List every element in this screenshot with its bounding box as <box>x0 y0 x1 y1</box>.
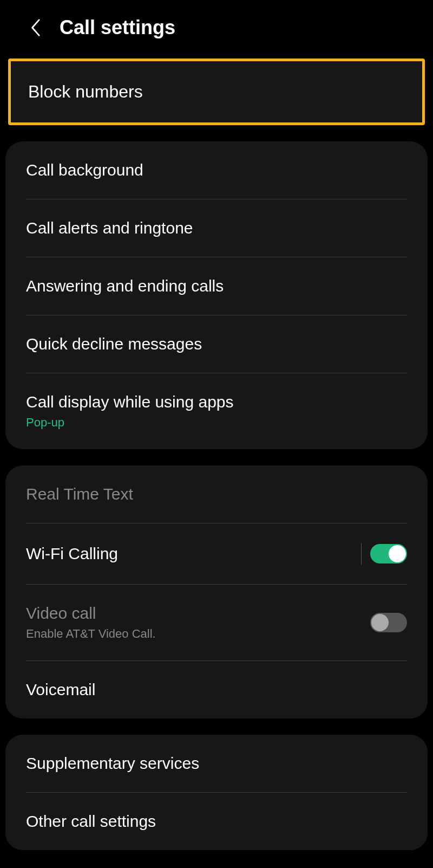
item-label: Voicemail <box>26 681 95 699</box>
quick-decline-messages-item[interactable]: Quick decline messages <box>5 315 428 373</box>
block-numbers-item[interactable]: Block numbers <box>8 59 425 125</box>
header: Call settings <box>0 0 433 55</box>
item-label: Block numbers <box>28 82 405 102</box>
card-other-options: Supplementary services Other call settin… <box>5 735 428 850</box>
item-label: Call background <box>26 161 143 179</box>
back-icon[interactable] <box>27 20 43 36</box>
wifi-calling-item[interactable]: Wi-Fi Calling <box>5 523 428 584</box>
call-background-item[interactable]: Call background <box>5 141 428 199</box>
video-call-item[interactable]: Video call Enable AT&T Video Call. <box>5 585 428 660</box>
toggle-divider <box>361 543 362 565</box>
item-label: Call alerts and ringtone <box>26 219 193 237</box>
toggle-container <box>361 543 407 565</box>
call-alerts-ringtone-item[interactable]: Call alerts and ringtone <box>5 199 428 257</box>
card-network-options: Real Time Text Wi-Fi Calling Video call … <box>5 465 428 718</box>
supplementary-services-item[interactable]: Supplementary services <box>5 735 428 792</box>
real-time-text-header: Real Time Text <box>5 465 428 523</box>
page-title: Call settings <box>60 16 175 39</box>
item-label: Quick decline messages <box>26 335 202 353</box>
video-call-toggle[interactable] <box>370 613 407 632</box>
item-label: Wi-Fi Calling <box>26 545 118 563</box>
answering-ending-calls-item[interactable]: Answering and ending calls <box>5 257 428 315</box>
other-call-settings-item[interactable]: Other call settings <box>5 793 428 850</box>
item-label: Call display while using apps <box>26 393 234 411</box>
item-label: Other call settings <box>26 812 156 831</box>
item-description: Enable AT&T Video Call. <box>26 627 156 641</box>
wifi-calling-toggle[interactable] <box>370 544 407 563</box>
item-label: Answering and ending calls <box>26 277 224 295</box>
item-label: Video call <box>26 604 156 623</box>
item-label: Supplementary services <box>26 754 199 773</box>
voicemail-item[interactable]: Voicemail <box>5 661 428 718</box>
toggle-container <box>370 613 407 632</box>
toggle-thumb <box>371 614 389 631</box>
card-call-options: Call background Call alerts and ringtone… <box>5 141 428 449</box>
item-sublabel: Pop-up <box>26 416 234 430</box>
toggle-thumb <box>389 545 406 562</box>
call-display-apps-item[interactable]: Call display while using apps Pop-up <box>5 373 428 449</box>
section-header-label: Real Time Text <box>26 485 133 503</box>
